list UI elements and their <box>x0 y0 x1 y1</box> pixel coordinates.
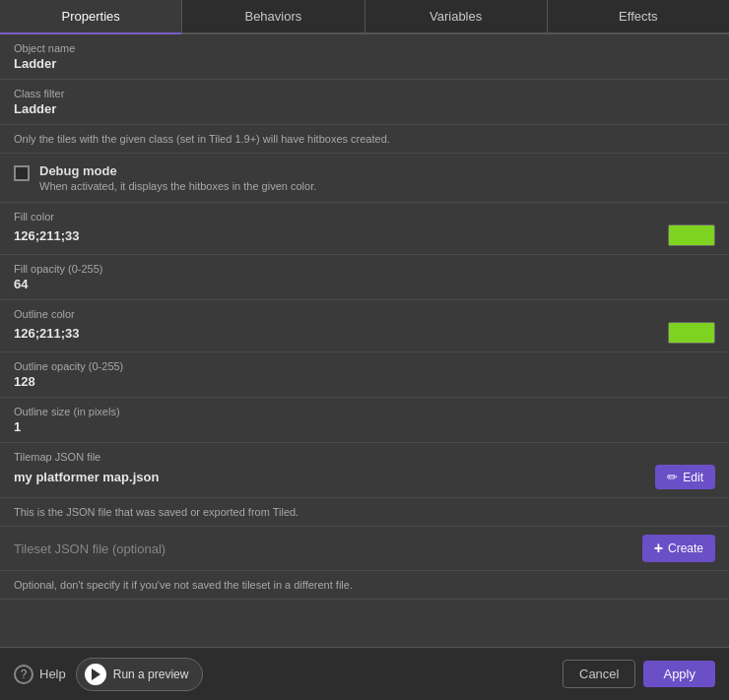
create-tileset-button[interactable]: Create <box>642 535 715 562</box>
tileset-json-info: Optional, don't specify it if you've not… <box>0 571 729 600</box>
outline-color-label: Outline color <box>14 308 715 320</box>
object-name-value: Ladder <box>14 56 715 71</box>
fill-color-label: Fill color <box>14 211 715 223</box>
fill-color-value: 126;211;33 <box>14 228 80 243</box>
tilemap-json-inner: my platformer map.json Edit <box>14 465 715 489</box>
outline-color-row: Outline color 126;211;33 <box>0 300 729 352</box>
tileset-json-row: Tileset JSON file (optional) Create <box>0 527 729 571</box>
outline-opacity-value: 128 <box>14 374 715 389</box>
fill-opacity-value: 64 <box>14 277 715 291</box>
pencil-icon <box>667 470 678 484</box>
class-filter-row: Class filter Ladder <box>0 80 729 125</box>
tileset-json-placeholder[interactable]: Tileset JSON file (optional) <box>14 541 634 556</box>
tab-behaviors[interactable]: Behaviors <box>182 0 364 32</box>
outline-size-label: Outline size (in pixels) <box>14 406 715 417</box>
properties-content: Object name Ladder Class filter Ladder O… <box>0 34 729 646</box>
tilemap-json-value: my platformer map.json <box>14 470 647 484</box>
edit-btn-label: Edit <box>683 471 703 484</box>
outline-opacity-label: Outline opacity (0-255) <box>14 360 715 372</box>
debug-mode-text: Debug mode When activated, it displays t… <box>39 163 715 192</box>
footer: ? Help Run a preview Cancel Apply <box>0 647 729 700</box>
tab-bar: Properties Behaviors Variables Effects <box>0 0 729 34</box>
debug-mode-title: Debug mode <box>39 163 715 178</box>
tileset-json-inner: Tileset JSON file (optional) Create <box>14 535 715 562</box>
outline-color-swatch[interactable] <box>668 322 715 344</box>
apply-button[interactable]: Apply <box>643 661 715 687</box>
fill-color-row: Fill color 126;211;33 <box>0 203 729 255</box>
plus-icon <box>654 540 663 557</box>
outline-color-value: 126;211;33 <box>14 326 80 341</box>
outline-size-row: Outline size (in pixels) 1 <box>0 398 729 443</box>
class-filter-info: Only the tiles with the given class (set… <box>0 125 729 154</box>
help-label: Help <box>39 667 66 681</box>
play-circle-icon <box>85 664 106 685</box>
edit-tilemap-button[interactable]: Edit <box>655 465 715 489</box>
object-name-row: Object name Ladder <box>0 34 729 80</box>
debug-mode-description: When activated, it displays the hitboxes… <box>39 180 715 192</box>
cancel-button[interactable]: Cancel <box>563 660 635 688</box>
fill-color-swatch[interactable] <box>668 224 715 246</box>
fill-opacity-row: Fill opacity (0-255) 64 <box>0 255 729 300</box>
tilemap-json-label: Tilemap JSON file <box>14 451 715 463</box>
tab-variables[interactable]: Variables <box>365 0 548 32</box>
help-icon: ? <box>14 665 33 684</box>
outline-size-value: 1 <box>14 419 715 434</box>
tab-effects[interactable]: Effects <box>548 0 729 32</box>
play-triangle-icon <box>92 668 100 680</box>
create-btn-label: Create <box>668 541 703 555</box>
outline-color-inner: 126;211;33 <box>14 322 715 344</box>
class-filter-label: Class filter <box>14 88 715 99</box>
class-filter-value: Ladder <box>14 101 715 116</box>
help-button[interactable]: ? Help <box>14 665 66 684</box>
fill-opacity-label: Fill opacity (0-255) <box>14 263 715 275</box>
tilemap-json-info: This is the JSON file that was saved or … <box>0 498 729 527</box>
debug-mode-row: Debug mode When activated, it displays t… <box>0 154 729 203</box>
tab-properties[interactable]: Properties <box>0 0 182 34</box>
object-name-label: Object name <box>14 42 715 54</box>
preview-label: Run a preview <box>113 668 189 681</box>
tilemap-json-row: Tilemap JSON file my platformer map.json… <box>0 443 729 498</box>
fill-color-inner: 126;211;33 <box>14 224 715 246</box>
outline-opacity-row: Outline opacity (0-255) 128 <box>0 352 729 398</box>
debug-mode-checkbox[interactable] <box>14 165 30 181</box>
footer-right: Cancel Apply <box>563 660 715 688</box>
run-preview-button[interactable]: Run a preview <box>76 658 204 691</box>
